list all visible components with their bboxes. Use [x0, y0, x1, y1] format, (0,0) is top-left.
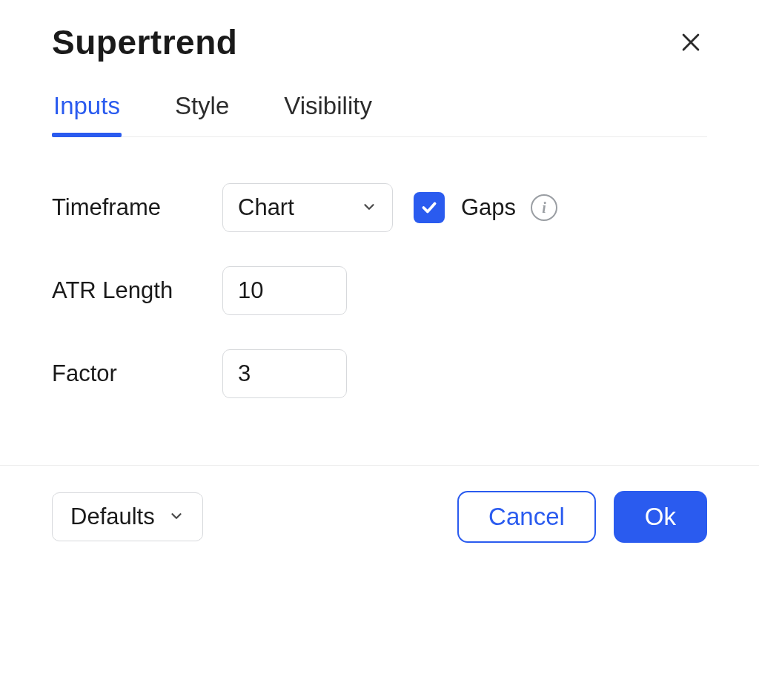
- tabs-bar: Inputs Style Visibility: [52, 92, 707, 137]
- row-atr-length: ATR Length: [52, 266, 707, 315]
- ok-button[interactable]: Ok: [614, 491, 707, 543]
- dialog-title: Supertrend: [52, 22, 237, 62]
- close-button[interactable]: [675, 26, 707, 59]
- inputs-panel: Timeframe Chart Gaps i ATR Length Factor: [52, 137, 707, 438]
- factor-label: Factor: [52, 360, 222, 387]
- dialog-footer: Defaults Cancel Ok: [52, 466, 707, 543]
- row-timeframe: Timeframe Chart Gaps i: [52, 183, 707, 232]
- defaults-label: Defaults: [70, 503, 155, 530]
- tab-style[interactable]: Style: [173, 92, 231, 136]
- timeframe-value: Chart: [238, 194, 294, 221]
- close-icon: [678, 30, 703, 55]
- tab-visibility[interactable]: Visibility: [282, 92, 374, 136]
- tab-inputs[interactable]: Inputs: [52, 92, 122, 136]
- gaps-checkbox[interactable]: [414, 192, 445, 223]
- settings-dialog: Supertrend Inputs Style Visibility Timef…: [0, 0, 759, 543]
- timeframe-select[interactable]: Chart: [222, 183, 393, 232]
- info-icon[interactable]: i: [531, 194, 557, 221]
- chevron-down-icon: [168, 503, 185, 530]
- timeframe-label: Timeframe: [52, 194, 222, 221]
- check-icon: [420, 198, 439, 217]
- cancel-button[interactable]: Cancel: [457, 491, 596, 543]
- factor-input[interactable]: [222, 349, 347, 398]
- defaults-button[interactable]: Defaults: [52, 492, 203, 541]
- action-buttons: Cancel Ok: [457, 491, 707, 543]
- atr-length-input[interactable]: [222, 266, 347, 315]
- chevron-down-icon: [361, 194, 377, 221]
- gaps-label: Gaps: [461, 194, 516, 221]
- dialog-header: Supertrend: [52, 22, 707, 62]
- atr-length-label: ATR Length: [52, 277, 222, 304]
- row-factor: Factor: [52, 349, 707, 398]
